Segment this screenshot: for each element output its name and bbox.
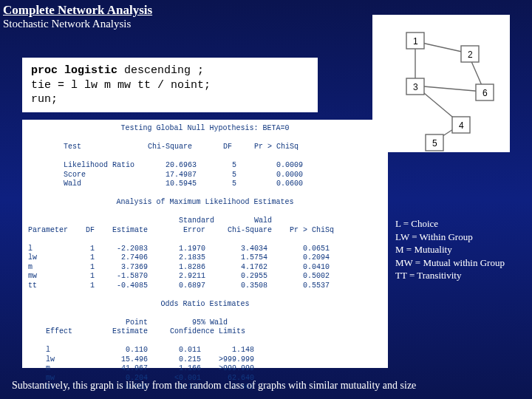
code-keyword: proc logistic xyxy=(31,64,117,77)
legend-item: TT = Transitivity xyxy=(395,269,505,282)
node-4: 4 xyxy=(459,120,464,131)
legend-item: M = Mutuality xyxy=(395,243,505,256)
output-heading-3: Odds Ratio Estimates xyxy=(28,300,382,310)
code-line-2: tie = l lw m mw tt / noint; xyxy=(31,79,211,92)
output-hdr2a: Standard Wald xyxy=(28,216,272,225)
output-row: Wald 10.5945 5 0.0600 xyxy=(28,180,303,188)
output-hdr3a: Point 95% Wald xyxy=(28,318,228,327)
output-row: lw 15.496 0.215 >999.999 xyxy=(28,355,254,364)
node-3: 3 xyxy=(413,82,418,92)
sas-output: Testing Global Null Hypothesis: BETA=0 T… xyxy=(22,120,388,368)
output-row: m 41.967 1.166 >999.999 xyxy=(28,364,254,372)
output-row: l 0.110 0.011 1.148 xyxy=(28,346,254,354)
output-row: tt 1 -0.4085 0.6897 0.3508 0.5537 xyxy=(28,282,330,290)
output-row: Likelihood Ratio 20.6963 5 0.0009 xyxy=(28,161,303,169)
legend-item: L = Choice xyxy=(395,217,505,231)
legend-item: LW = Within Group xyxy=(395,231,505,244)
code-line-3: run; xyxy=(31,93,58,106)
footer-text: Substantively, this graph is likely from… xyxy=(12,380,416,392)
output-row: m 1 3.7369 1.8286 4.1762 0.0410 xyxy=(28,263,330,271)
output-row: l 1 -2.2083 1.1970 3.4034 0.0651 xyxy=(28,245,330,253)
node-1: 1 xyxy=(413,36,418,47)
page-subtitle: Stochastic Network Analysis xyxy=(3,18,131,30)
network-graph: 1 2 3 4 5 6 xyxy=(372,15,510,152)
node-5: 5 xyxy=(432,138,437,149)
code-text: descending ; xyxy=(117,64,204,77)
output-row: Score 17.4987 5 0.0000 xyxy=(28,171,303,179)
legend-item: MW = Mutual within Group xyxy=(395,256,505,270)
node-2: 2 xyxy=(468,50,473,60)
output-hdr2b: Parameter DF Estimate Error Chi-Square P… xyxy=(28,226,334,234)
svg-line-3 xyxy=(415,86,483,92)
output-row: mw 1 -1.5870 2.9211 0.2955 0.5002 xyxy=(28,272,330,280)
output-hdr1: Test Chi-Square DF Pr > ChiSq xyxy=(28,143,299,151)
node-6: 6 xyxy=(482,88,488,98)
page-title: Complete Network Analysis xyxy=(3,3,152,18)
output-row: lw 1 2.7406 2.1835 1.5754 0.2094 xyxy=(28,253,330,262)
output-heading-1: Testing Global Null Hypothesis: BETA=0 xyxy=(28,124,382,134)
output-heading-2: Analysis of Maximum Likelihood Estimates xyxy=(28,198,382,208)
code-block: proc logistic descending ; tie = l lw m … xyxy=(22,58,318,112)
output-hdr3b: Effect Estimate Confidence Limits xyxy=(28,327,245,335)
legend: L = Choice LW = Within Group M = Mutuali… xyxy=(395,217,505,282)
